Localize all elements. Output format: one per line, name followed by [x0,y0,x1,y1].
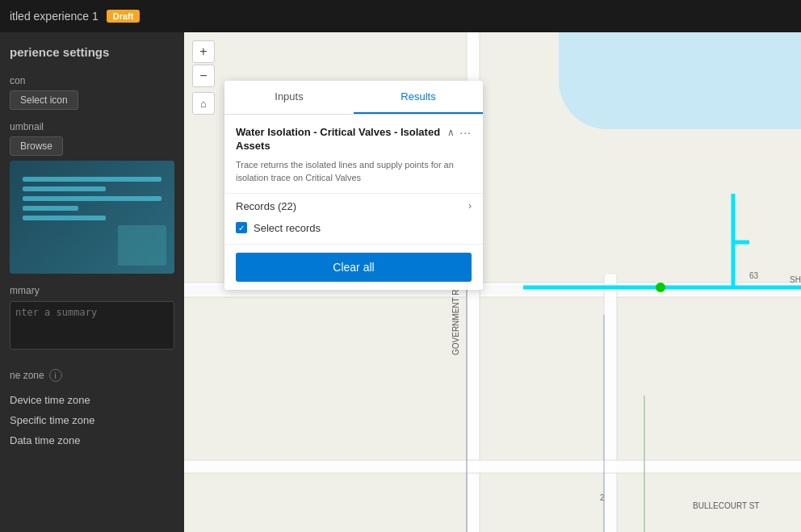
sidebar-title: perience settings [10,45,174,59]
top-bar: itled experience 1 Draft [0,0,801,32]
thumbnail-preview [10,161,174,274]
select-records-checkbox[interactable]: ✓ [236,222,247,233]
thumbnail-label: umbnail [10,121,174,132]
panel-tabs: Inputs Results [224,81,483,115]
result-description: Trace returns the isolated lines and sup… [236,158,472,185]
result-title: Water Isolation - Critical Valves - Isol… [236,126,441,153]
browse-button[interactable]: Browse [10,136,63,156]
icon-label: con [10,75,174,86]
sidebar: perience settings con Select icon umbnai… [0,32,184,532]
zoom-in-button[interactable]: + [192,40,215,63]
zoom-out-button[interactable]: − [192,65,215,87]
data-timezone-option[interactable]: Data time zone [10,430,174,450]
timezone-label: ne zone [10,370,44,381]
result-item: Water Isolation - Critical Valves - Isol… [224,115,483,194]
records-chevron-icon: › [468,200,472,212]
select-icon-button[interactable]: Select icon [10,90,78,110]
svg-rect-7 [604,274,617,532]
summary-label: mmary [10,285,174,296]
app-title: itled experience 1 [10,10,99,23]
summary-textarea[interactable] [10,301,174,350]
panel-body: Water Isolation - Critical Valves - Isol… [224,115,483,244]
svg-rect-10 [184,460,801,473]
summary-field: mmary [10,285,174,353]
svg-text:SHO: SHO [790,275,801,284]
result-controls: ∧ ··· [447,126,472,139]
svg-point-16 [656,283,665,292]
svg-text:GOVERNMENT RD: GOVERNMENT RD [451,283,460,355]
records-row[interactable]: Records (22) › [224,194,483,219]
timezone-section: ne zone i Device time zone Specific time… [10,369,174,450]
thumbnail-field: umbnail Browse [10,121,174,274]
tab-results[interactable]: Results [354,81,483,114]
specific-timezone-option[interactable]: Specific time zone [10,410,174,430]
draft-badge: Draft [107,10,140,23]
checkmark-icon: ✓ [238,224,245,232]
map-area: GOVERNMENT RD BULLECOURT ST 63 SHO Baron… [184,32,801,532]
device-timezone-option[interactable]: Device time zone [10,390,174,410]
panel-footer: Clear all [224,244,483,290]
tab-inputs[interactable]: Inputs [224,81,354,114]
results-panel: Inputs Results Water Isolation - Critica… [224,81,483,290]
records-label: Records (22) [236,200,296,212]
icon-field: con Select icon [10,75,174,110]
select-records-row: ✓ Select records [224,219,483,244]
collapse-chevron-icon[interactable]: ∧ [447,127,455,138]
home-button[interactable]: ⌂ [192,92,215,115]
more-options-icon[interactable]: ··· [459,126,472,139]
svg-text:63: 63 [749,271,759,280]
info-icon[interactable]: i [49,369,62,382]
clear-all-button[interactable]: Clear all [236,253,472,282]
svg-text:BULLECOURT ST: BULLECOURT ST [693,501,759,510]
map-controls: + − ⌂ [192,40,215,115]
select-records-label: Select records [254,222,321,234]
result-header: Water Isolation - Critical Valves - Isol… [236,126,472,153]
map-background: GOVERNMENT RD BULLECOURT ST 63 SHO Baron… [184,32,801,532]
